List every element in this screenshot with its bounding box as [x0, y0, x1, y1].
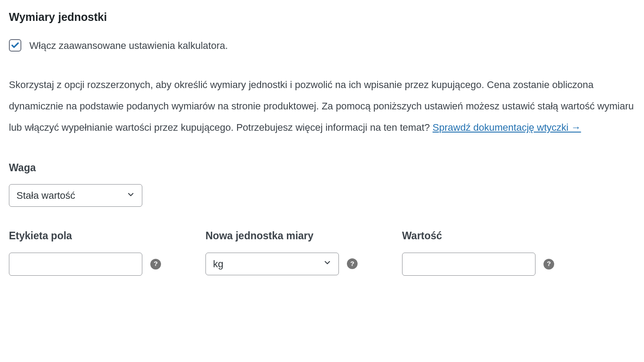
help-icon[interactable]: ? — [347, 258, 358, 269]
help-icon[interactable]: ? — [543, 259, 554, 269]
weight-mode-select[interactable]: Stała wartość — [9, 184, 142, 207]
label-field-label: Etykieta pola — [9, 228, 161, 244]
enable-advanced-checkbox[interactable] — [9, 39, 21, 52]
checkbox-row: Włącz zaawansowane ustawienia kalkulator… — [9, 38, 635, 53]
label-field-group: Etykieta pola ? — [9, 228, 161, 276]
value-field-input[interactable] — [402, 253, 535, 276]
checkmark-icon — [11, 41, 20, 50]
unit-field-label: Nowa jednostka miary — [205, 228, 358, 244]
unit-field-row: kg ? — [205, 253, 358, 275]
checkbox-label: Włącz zaawansowane ustawienia kalkulator… — [29, 38, 228, 53]
weight-mode-select-wrapper: Stała wartość — [9, 184, 142, 207]
documentation-link[interactable]: Sprawdź dokumentację wtyczki → — [433, 122, 581, 133]
weight-title: Waga — [9, 160, 635, 176]
label-field-row: ? — [9, 253, 161, 276]
description-text: Skorzystaj z opcji rozszerzonych, aby ok… — [9, 74, 635, 139]
value-field-label: Wartość — [402, 228, 554, 244]
help-icon[interactable]: ? — [150, 259, 161, 269]
value-field-row: ? — [402, 253, 554, 276]
value-field-group: Wartość ? — [402, 228, 554, 276]
section-title: Wymiary jednostki — [9, 9, 635, 26]
label-field-input[interactable] — [9, 253, 142, 276]
fields-row: Etykieta pola ? Nowa jednostka miary kg … — [9, 228, 635, 276]
unit-select[interactable]: kg — [205, 253, 339, 275]
unit-select-wrapper: kg — [205, 253, 339, 275]
unit-field-group: Nowa jednostka miary kg ? — [205, 228, 358, 276]
